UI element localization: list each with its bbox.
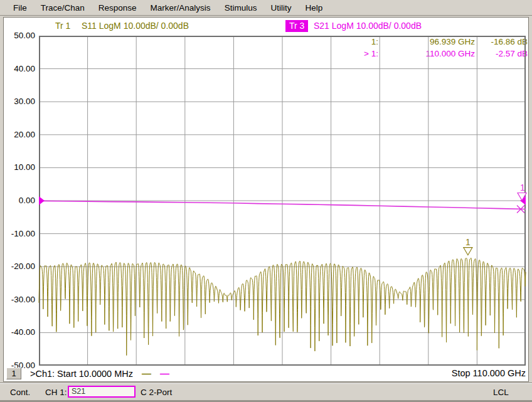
start-frequency-text: >Ch1: Start 10.0000 MHz	[30, 369, 133, 379]
marker1-s21-number-label: 1	[520, 182, 525, 193]
y-axis-label: -40.00	[1, 327, 35, 337]
trace3-legend-dash: —	[160, 368, 169, 379]
measurement-field[interactable]: S21	[68, 386, 136, 398]
trace1-format-label[interactable]: S11 LogM 10.00dB/ 0.00dB	[82, 21, 189, 31]
status-bar: Cont. CH 1: S21 C 2-Port LCL	[0, 383, 532, 400]
y-axis-label: 50.00	[1, 31, 35, 40]
y-axis-label: -30.00	[1, 295, 35, 304]
trace1-legend-dash: —	[142, 368, 151, 379]
menu-response[interactable]: Response	[92, 3, 144, 13]
y-axis-label: 0.00	[1, 196, 35, 205]
y-axis-label: 20.00	[1, 130, 35, 139]
menu-trace-chan[interactable]: Trace/Chan	[34, 3, 92, 13]
trace3-id-active-badge[interactable]: Tr 3	[285, 20, 308, 32]
y-axis-label: -10.00	[1, 229, 35, 238]
start-frequency-label: >Ch1: Start 10.0000 MHz——	[30, 368, 169, 379]
y-axis-label: 40.00	[1, 64, 35, 73]
channel-status-label: CH 1:	[45, 388, 67, 397]
plot-area: 11	[39, 36, 526, 366]
menu-file[interactable]: File	[6, 3, 34, 13]
lcl-status: LCL	[493, 388, 509, 397]
menu-help[interactable]: Help	[298, 3, 329, 13]
menu-stimulus[interactable]: Stimulus	[218, 3, 264, 13]
stop-frequency-label: Stop 110.000 GHz	[402, 368, 526, 378]
y-axis-label: -20.00	[1, 262, 35, 271]
trace3-format-label[interactable]: S21 LogM 10.00dB/ 0.00dB	[314, 21, 422, 31]
menu-utility[interactable]: Utility	[263, 3, 298, 13]
marker1-s11-number-label: 1	[466, 237, 471, 247]
y-axis-label: 10.00	[1, 162, 35, 172]
menu-bar: File Trace/Chan Response Marker/Analysis…	[0, 0, 532, 16]
trace1-id[interactable]: Tr 1	[55, 21, 70, 31]
y-axis-label: 30.00	[1, 97, 35, 106]
reference-level-triangle-left[interactable]	[39, 196, 45, 205]
menu-marker-analysis[interactable]: Marker/Analysis	[144, 3, 218, 13]
marker1-s11-triangle-icon[interactable]	[464, 248, 472, 255]
channel1-button[interactable]: 1	[6, 368, 21, 379]
calibration-status: C 2-Port	[141, 388, 172, 397]
sweep-mode-status: Cont.	[10, 388, 30, 397]
